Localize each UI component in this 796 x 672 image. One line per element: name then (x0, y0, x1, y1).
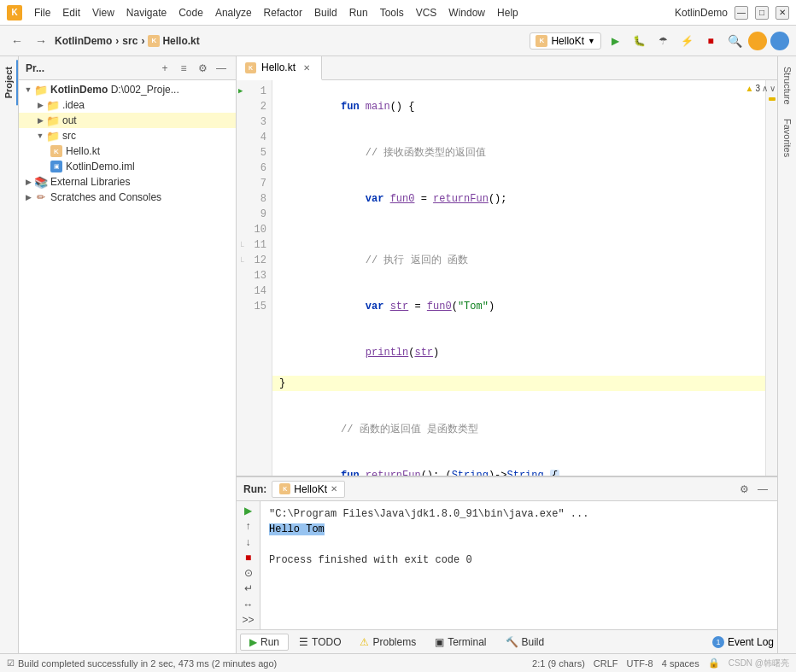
back-button[interactable]: ← (7, 31, 27, 51)
run-down-button[interactable]: ↓ (240, 536, 257, 548)
line-num-10: 10 (237, 222, 272, 237)
panel-settings-button[interactable]: ⚙ (195, 61, 210, 76)
bottom-tab-todo[interactable]: ☰ TODO (290, 634, 349, 650)
code-content[interactable]: fun main() { // 接收函数类型的返回值 var fun0 = re… (272, 80, 765, 476)
right-tab-favorites[interactable]: Favorites (780, 112, 795, 164)
run-button[interactable]: ▶ (605, 31, 625, 51)
breadcrumb-file: K Hello.kt (148, 35, 199, 47)
tree-item-idea[interactable]: ▶ 📁 .idea (19, 97, 236, 113)
line-num-1: 1 (237, 84, 272, 99)
run-softw-button[interactable]: ↔ (240, 599, 257, 611)
menu-navigate[interactable]: Navigate (121, 5, 172, 20)
code-line-11: fun returnFun(): (String)->String { (272, 453, 765, 476)
run-minimize-button[interactable]: — (755, 482, 770, 497)
tree-item-scratches[interactable]: ▶ ✏ Scratches and Consoles (19, 190, 236, 205)
bottom-tab-build[interactable]: 🔨 Build (497, 634, 553, 650)
plugin-button[interactable] (770, 32, 789, 50)
panel-close-button[interactable]: — (214, 61, 229, 76)
coverage-button[interactable]: ☂ (653, 31, 673, 51)
line-num-9: 9 (237, 207, 272, 222)
title-bar-right: KotlinDemo — □ ✕ (675, 6, 789, 20)
breadcrumb-sep2: › (141, 35, 144, 47)
run-wrap-button[interactable]: ↵ (240, 582, 257, 594)
tree-item-out[interactable]: ▶ 📁 out (19, 113, 236, 128)
tree-label-ext-libs: External Libraries (50, 176, 130, 188)
stop-button[interactable]: ■ (700, 31, 721, 51)
tree-item-ext-libs[interactable]: ▶ 📚 External Libraries (19, 174, 236, 190)
maximize-button[interactable]: □ (755, 6, 769, 20)
code-line-8: } (272, 376, 765, 391)
menu-bar: File Edit View Navigate Code Analyze Ref… (29, 5, 668, 20)
debug-button[interactable]: 🐛 (629, 31, 649, 51)
menu-refactor[interactable]: Refactor (259, 5, 307, 20)
status-right: 2:1 (9 chars) CRLF UTF-8 4 spaces 🔒 CSDN… (532, 657, 789, 669)
event-log[interactable]: 1 Event Log (712, 636, 774, 648)
run-dump-button[interactable]: ⊙ (240, 567, 257, 579)
menu-file[interactable]: File (29, 5, 56, 20)
tree-item-root[interactable]: ▼ 📁 KotlinDemo D:\002_Proje... (19, 82, 236, 97)
menu-analyze[interactable]: Analyze (210, 5, 257, 20)
minimize-button[interactable]: — (735, 6, 748, 20)
bottom-tab-problems[interactable]: ⚠ Problems (351, 634, 424, 650)
line-num-8: 8 (237, 191, 272, 207)
editor-tab-hello-kt[interactable]: K Hello.kt ✕ (237, 56, 322, 80)
run-tab-hellok[interactable]: K HelloKt ✕ (272, 481, 345, 498)
project-folder-icon: 📁 (34, 83, 48, 96)
menu-code[interactable]: Code (173, 5, 208, 20)
run-config-dropdown[interactable]: K HelloKt ▼ (530, 32, 601, 50)
run-up-button[interactable]: ↑ (240, 520, 257, 532)
build-status-text: Build completed successfully in 2 sec, 4… (18, 658, 277, 669)
run-tab-close[interactable]: ✕ (331, 484, 337, 494)
tab-close-button[interactable]: ✕ (301, 61, 313, 73)
line-num-4: 4 (237, 130, 272, 145)
tree-item-src[interactable]: ▼ 📁 src (19, 128, 236, 143)
update-button[interactable] (748, 32, 767, 50)
src-folder-icon: 📁 (46, 129, 60, 143)
breadcrumb-sep1: › (115, 35, 119, 47)
line-num-11: └11 (237, 237, 272, 253)
run-settings-button[interactable]: ⚙ (736, 482, 752, 497)
run-rerun-button[interactable]: ▶ (240, 505, 257, 517)
bottom-tab-terminal[interactable]: ▣ Terminal (426, 634, 495, 650)
menu-run[interactable]: Run (344, 5, 373, 20)
line-num-5: 5 (237, 145, 272, 161)
tree-label-src: src (62, 130, 76, 142)
problems-text: Problems (372, 636, 416, 648)
run-tab-icon: ▶ (249, 636, 257, 648)
event-log-label: Event Log (728, 636, 774, 648)
menu-tools[interactable]: Tools (375, 5, 409, 20)
forward-button[interactable]: → (31, 31, 51, 51)
search-button[interactable]: 🔍 (724, 31, 745, 51)
right-tab-structure[interactable]: Structure (780, 60, 795, 112)
run-more-button[interactable]: >> (240, 614, 257, 626)
terminal-text: Terminal (448, 636, 486, 648)
panel-collapse-button[interactable]: ≡ (176, 61, 191, 76)
menu-view[interactable]: View (87, 5, 120, 20)
line-num-15: 15 (237, 299, 272, 314)
status-bar: ☑ Build completed successfully in 2 sec,… (0, 653, 796, 672)
bottom-tab-run[interactable]: ▶ Run (240, 634, 289, 651)
profile-button[interactable]: ⚡ (676, 31, 697, 51)
menu-build[interactable]: Build (309, 5, 342, 20)
output-line-3 (269, 537, 769, 552)
editor-tabs: K Hello.kt ✕ (237, 56, 777, 80)
menu-window[interactable]: Window (443, 5, 490, 20)
code-editor[interactable]: 1 2 3 4 5 6 7 8 9 10 └11 └12 13 14 15 (237, 80, 777, 476)
menu-vcs[interactable]: VCS (411, 5, 442, 20)
encoding: UTF-8 (627, 658, 653, 669)
panel-add-button[interactable]: + (157, 61, 173, 76)
run-stop-button[interactable]: ■ (240, 552, 257, 564)
bottom-tabs: ▶ Run ☰ TODO ⚠ Problems ▣ Terminal 🔨 Bui… (237, 629, 777, 653)
right-scrollbar[interactable]: ▲ 3 ∧ ∨ (765, 80, 777, 476)
code-line-6: var str = fun0("Tom") (272, 283, 765, 330)
line-num-3: 3 (237, 114, 272, 130)
tree-item-iml[interactable]: ▣ KotlinDemo.iml (19, 159, 236, 174)
menu-help[interactable]: Help (492, 5, 524, 20)
close-button[interactable]: ✕ (776, 6, 789, 20)
code-line-3: var fun0 = returnFun(); (272, 176, 765, 222)
tree-label-scratches: Scratches and Consoles (50, 191, 161, 203)
project-side-tab[interactable]: Project (1, 60, 18, 105)
right-side-tabs: Structure Favorites (777, 56, 796, 653)
tree-item-hello-kt[interactable]: K Hello.kt (19, 143, 236, 159)
menu-edit[interactable]: Edit (57, 5, 85, 20)
